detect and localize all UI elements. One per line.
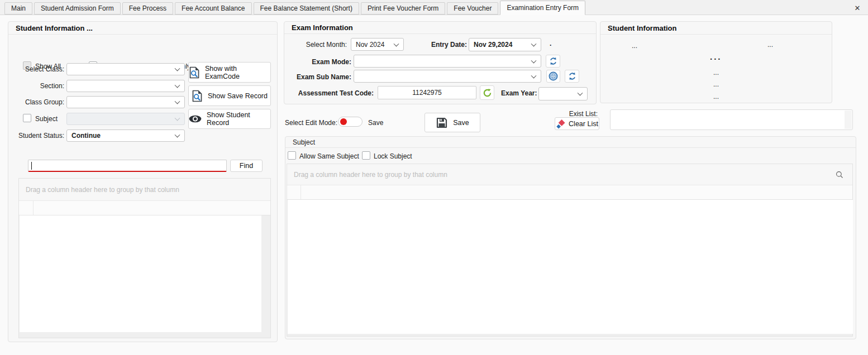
student-status-value: Continue [71, 132, 101, 140]
document-search-icon [192, 90, 203, 102]
exist-listbox[interactable] [610, 109, 853, 130]
student-grid-data-area [20, 215, 261, 332]
student-grid-groupbar[interactable]: Drag a column header here to group by th… [19, 179, 270, 201]
floppy-disk-icon [436, 117, 448, 129]
lock-subject-label: Lock Subject [374, 152, 412, 160]
subject-panel-title: Subject [285, 137, 856, 148]
student-information-panel-left: Student Information ... Show All Show Cl… [8, 21, 278, 342]
subject-grid-header-row[interactable] [287, 185, 852, 200]
show-student-record-label: Show Student Record [207, 111, 270, 127]
tab-fee-voucher[interactable]: Fee Voucher [447, 2, 498, 15]
chevron-down-icon [394, 41, 399, 46]
chevron-down-icon [175, 116, 180, 121]
tab-fee-process[interactable]: Fee Process [122, 2, 173, 15]
student-information-panel-right: Student Information ... ... ... ... ... … [600, 21, 832, 103]
subject-dropdown[interactable] [66, 113, 185, 125]
clear-list-label: Clear List [569, 120, 598, 128]
entry-date-value: Nov 29,2024 [474, 41, 512, 49]
edit-mode-toggle[interactable] [338, 117, 363, 127]
student-info-placeholder: ... [710, 52, 722, 61]
subject-panel: Subject Allow Same Subject Lock Subject … [285, 136, 856, 339]
subject-checkbox[interactable] [23, 114, 31, 122]
select-month-label: Select Month: [289, 41, 347, 49]
student-info-placeholder: ... [632, 42, 637, 50]
select-edit-mode-label: Select Edit Mode: [285, 119, 337, 127]
entry-date-dropdown[interactable]: Nov 29,2024 [469, 38, 541, 51]
exist-list-label: Exist List: [560, 110, 598, 118]
class-group-label: Class Group: [8, 98, 64, 106]
student-status-label: Student Status: [8, 132, 64, 140]
subject-grid-group-hint: Drag a column header here to group by th… [294, 171, 447, 179]
subject-grid: Drag a column header here to group by th… [287, 164, 853, 337]
refresh-icon [568, 72, 576, 80]
find-button-label: Find [240, 162, 253, 170]
refresh-icon [549, 57, 557, 65]
eraser-icon [556, 119, 565, 129]
tab-fee-account-balance[interactable]: Fee Account Balance [175, 2, 251, 15]
subject-grid-data-area [288, 200, 853, 334]
tab-print-fee-voucher-form[interactable]: Print Fee Voucher Form [361, 2, 445, 15]
examination-entry-form-window: Main Student Admission Form Fee Process … [0, 0, 868, 355]
entry-date-label: Entry Date: [418, 41, 467, 49]
subject-label: Subject [35, 115, 58, 123]
close-icon[interactable]: ✕ [852, 3, 862, 13]
exist-listbox-scroll-area [845, 111, 852, 129]
entry-date-dot: . [550, 40, 551, 47]
exam-sub-name-dropdown[interactable] [354, 70, 541, 83]
tab-main[interactable]: Main [4, 2, 32, 15]
chevron-down-icon [578, 90, 583, 96]
edit-mode-toggle-label: Save [368, 119, 383, 127]
chevron-down-icon [175, 83, 180, 88]
subject-grid-groupbar[interactable]: Drag a column header here to group by th… [287, 164, 852, 185]
class-group-dropdown[interactable] [66, 96, 185, 108]
right-panel-title: Student Information [600, 22, 832, 35]
exam-year-label: Exam Year: [501, 89, 537, 97]
allow-same-subject-label: Allow Same Subject [299, 152, 359, 160]
tab-strip: Main Student Admission Form Fee Process … [0, 0, 868, 15]
exam-panel-title: Exam Information [284, 22, 596, 34]
assessment-code-generate-button[interactable] [480, 85, 494, 100]
clear-list-button[interactable]: Clear List [555, 117, 599, 130]
subject-grid-row-indicator-column [287, 185, 301, 199]
exam-mode-dropdown[interactable] [354, 55, 541, 68]
text-caret [31, 162, 32, 170]
student-info-placeholder: ... [767, 41, 773, 49]
chevron-down-icon [175, 99, 180, 104]
show-student-record-button[interactable]: Show Student Record [188, 109, 271, 129]
show-save-record-button[interactable]: Show Save Record [188, 85, 271, 106]
find-input[interactable] [28, 160, 227, 172]
document-search-icon [189, 66, 200, 79]
chevron-down-icon [175, 132, 180, 138]
exam-sub-name-add-button[interactable] [546, 70, 560, 83]
assessment-test-code-input[interactable]: 11242975 [378, 86, 476, 99]
student-grid-row-indicator-column [19, 201, 34, 215]
allow-same-subject-checkbox[interactable] [288, 151, 296, 160]
tab-examination-entry-form[interactable]: Examination Entry Form [500, 1, 585, 15]
student-grid: Drag a column header here to group by th… [18, 178, 271, 338]
exam-mode-label: Exam Mode: [289, 58, 351, 66]
chevron-down-icon [531, 41, 537, 47]
select-month-value: Nov 2024 [356, 41, 384, 49]
chevron-down-icon [531, 57, 537, 63]
show-save-record-label: Show Save Record [208, 92, 268, 100]
exam-sub-name-refresh-button[interactable] [565, 70, 579, 83]
find-button[interactable]: Find [230, 160, 263, 172]
select-month-dropdown[interactable]: Nov 2024 [351, 38, 404, 51]
student-status-dropdown[interactable]: Continue [66, 129, 185, 142]
search-icon[interactable] [836, 171, 843, 179]
save-button[interactable]: Save [425, 113, 480, 132]
select-class-dropdown[interactable] [66, 63, 185, 75]
tab-student-admission-form[interactable]: Student Admission Form [34, 2, 121, 15]
student-info-placeholder: ... [713, 93, 719, 100]
tab-fee-balance-statement-short[interactable]: Fee Balance Statement (Short) [254, 2, 359, 15]
exam-year-dropdown[interactable] [538, 87, 588, 100]
toggle-knob-icon [340, 118, 347, 125]
student-grid-group-hint: Drag a column header here to group by th… [26, 186, 179, 194]
student-grid-header-row[interactable] [19, 201, 270, 215]
lock-subject-checkbox[interactable] [362, 151, 370, 160]
chevron-down-icon [175, 66, 180, 71]
exam-mode-refresh-button[interactable] [546, 55, 560, 68]
student-info-placeholder: ... [713, 80, 719, 88]
show-with-examcode-button[interactable]: Show with ExamCode [188, 62, 271, 83]
section-dropdown[interactable] [66, 80, 185, 92]
